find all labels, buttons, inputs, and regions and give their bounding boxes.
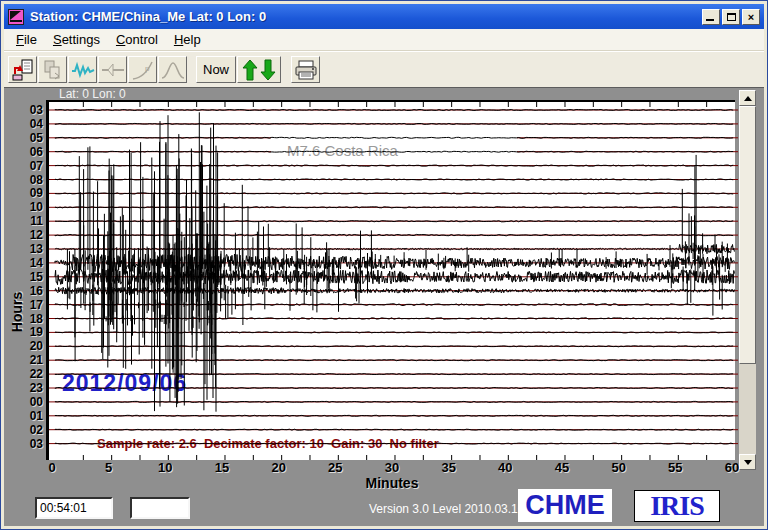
open-file-icon	[12, 59, 34, 81]
maximize-icon	[727, 13, 736, 21]
up-down-arrows-icon	[241, 58, 277, 82]
minutes-axis-label: Minutes	[366, 475, 419, 491]
hour-label: 00	[6, 395, 43, 409]
hour-label: 06	[6, 145, 43, 159]
now-button[interactable]: Now	[196, 56, 236, 83]
minimize-icon	[706, 19, 714, 21]
gaussian-icon	[161, 59, 185, 81]
event-annotation-text: M7.6 Costa Rica	[271, 142, 398, 159]
hour-label: 18	[6, 312, 43, 326]
status-indicator-box	[130, 497, 190, 519]
minimize-button[interactable]	[702, 9, 720, 25]
event-annotation: M7.6 Costa Rica	[271, 137, 517, 163]
scroll-down-icon	[744, 460, 752, 465]
hour-label: 04	[6, 117, 43, 131]
version-label: Version 3.0 Level 2010.03.16	[369, 502, 524, 516]
minute-tick-label: 15	[215, 460, 229, 475]
scroll-up-button[interactable]	[739, 90, 756, 106]
hour-label: 16	[6, 284, 43, 298]
minute-tick-label: 45	[555, 460, 569, 475]
scroll-down-button[interactable]	[739, 454, 756, 470]
minute-tick-label: 35	[441, 460, 455, 475]
hour-label: 01	[6, 409, 43, 423]
hour-label: 05	[6, 131, 43, 145]
menu-help[interactable]: Help	[166, 30, 209, 49]
window-title: Station: CHME/China_Me Lat: 0 Lon: 0	[30, 9, 266, 24]
maximize-button[interactable]	[722, 9, 740, 25]
toolbar: pNow	[4, 51, 764, 87]
minute-tick-label: 10	[158, 460, 172, 475]
hour-label: 14	[6, 256, 43, 270]
title-bar: Station: CHME/China_Me Lat: 0 Lon: 0 ×	[4, 4, 764, 29]
clock-display: 00:54:01	[35, 497, 113, 519]
svg-text:p: p	[145, 64, 150, 73]
hour-label: 03	[6, 437, 43, 451]
hour-up-down-button[interactable]	[237, 56, 281, 83]
printer-icon	[294, 59, 318, 81]
response-curve-icon: p	[131, 59, 155, 81]
open-file-button[interactable]	[8, 56, 37, 83]
app-window: Station: CHME/China_Me Lat: 0 Lon: 0 × F…	[0, 0, 768, 530]
hour-label: 03	[6, 103, 43, 117]
hour-label: 12	[6, 228, 43, 242]
copy-button[interactable]	[38, 56, 67, 83]
hour-label: 13	[6, 242, 43, 256]
close-icon: ×	[748, 11, 754, 23]
minute-tick-label: 30	[385, 460, 399, 475]
hour-label: 17	[6, 298, 43, 312]
response-curve-button[interactable]: p	[128, 56, 157, 83]
filter-icon	[101, 59, 125, 81]
sample-rate-status: Sample rate: 2.6 Decimate factor: 10 Gai…	[97, 436, 439, 451]
plot-panel: Lat: 0 Lon: 0 Hours 03040506070809101112…	[4, 87, 764, 526]
gaussian-button[interactable]	[158, 56, 187, 83]
vertical-scrollbar[interactable]	[739, 90, 756, 470]
plot-header-label: Lat: 0 Lon: 0	[59, 87, 126, 101]
hour-label: 23	[6, 381, 43, 395]
hour-label: 11	[6, 214, 43, 228]
menu-control[interactable]: Control	[108, 30, 166, 49]
menu-bar: FileSettingsControlHelp	[4, 29, 764, 51]
menu-settings[interactable]: Settings	[45, 30, 108, 49]
hour-label: 20	[6, 339, 43, 353]
seismogram-plot-area[interactable]: 2012/09/06 Sample rate: 2.6 Decimate fac…	[46, 100, 735, 460]
minute-tick-label: 40	[498, 460, 512, 475]
hour-label: 07	[6, 159, 43, 173]
waveform-button[interactable]	[68, 56, 97, 83]
station-code-label: CHME	[518, 489, 612, 522]
iris-logo: IRIS	[634, 490, 720, 522]
close-button[interactable]: ×	[742, 9, 760, 25]
waveform-icon	[71, 59, 95, 81]
minute-tick-label: 5	[105, 460, 112, 475]
station-app-icon	[8, 9, 24, 25]
minute-tick-label: 55	[668, 460, 682, 475]
hour-label: 09	[6, 186, 43, 200]
hour-label: 02	[6, 423, 43, 437]
scroll-up-icon	[744, 96, 752, 101]
hour-label: 10	[6, 200, 43, 214]
hour-label: 22	[6, 367, 43, 381]
minute-tick-label: 50	[611, 460, 625, 475]
minute-tick-label: 0	[48, 460, 55, 475]
scrollbar-thumb[interactable]	[739, 106, 756, 364]
menu-file[interactable]: File	[8, 30, 45, 49]
print-button[interactable]	[291, 56, 320, 83]
minute-tick-label: 25	[328, 460, 342, 475]
hour-label: 19	[6, 325, 43, 339]
hour-label: 21	[6, 353, 43, 367]
hour-label: 08	[6, 173, 43, 187]
copy-icon	[42, 59, 64, 81]
date-label: 2012/09/06	[62, 370, 187, 397]
minute-tick-label: 60	[725, 460, 739, 475]
filter-button[interactable]	[98, 56, 127, 83]
hour-label: 15	[6, 270, 43, 284]
minute-tick-label: 20	[271, 460, 285, 475]
